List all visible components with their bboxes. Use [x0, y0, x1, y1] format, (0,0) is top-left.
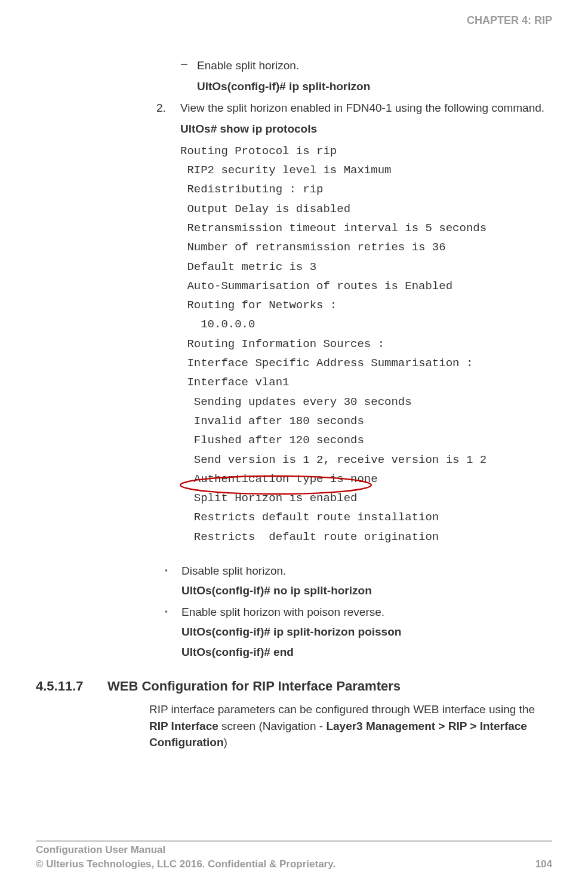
section-paragraph: RIP interface parameters can be configur… — [149, 701, 552, 751]
bullet-text: Enable split horizon with poison reverse… — [181, 603, 552, 621]
footer-title: Configuration User Manual — [36, 843, 335, 857]
dot-bullet-icon: • — [165, 562, 181, 579]
step-text: View the split horizon enabled in FDN40-… — [180, 99, 552, 116]
step-number: 2. — [156, 99, 180, 116]
dot-bullet-icon: • — [165, 603, 181, 621]
para-text: RIP interface parameters can be configur… — [149, 703, 535, 716]
bullet-disable-split-horizon: • Disable split horizon. — [165, 562, 552, 579]
bullet-enable-poison-reverse: • Enable split horizon with poison rever… — [165, 603, 552, 621]
ordered-step-2: 2. View the split horizon enabled in FDN… — [156, 99, 552, 116]
page-footer: Configuration User Manual © Ulterius Tec… — [36, 843, 552, 871]
section-number: 4.5.11.7 — [36, 679, 107, 694]
footer-divider — [36, 840, 552, 842]
footer-page-number: 104 — [535, 857, 552, 871]
cli-command: UltOs(config-if)# end — [181, 643, 552, 661]
para-bold: RIP Interface — [149, 720, 218, 732]
dash-bullet-icon: − — [180, 57, 197, 74]
para-text: ) — [224, 736, 227, 748]
cli-output-block: Routing Protocol is rip RIP2 security le… — [180, 142, 552, 547]
bullet-text: Disable split horizon. — [181, 562, 552, 579]
cli-command: UltOs# show ip protocols — [180, 120, 552, 137]
body-content: − Enable split horizon. UltOs(config-if)… — [149, 57, 552, 661]
footer-copyright: © Ulterius Technologies, LLC 2016. Confi… — [36, 857, 335, 871]
page-header: CHAPTER 4: RIP — [36, 14, 552, 27]
cli-command: UltOs(config-if)# ip split-horizon — [197, 78, 552, 95]
footer-left: Configuration User Manual © Ulterius Tec… — [36, 843, 335, 871]
section-heading-row: 4.5.11.7 WEB Configuration for RIP Inter… — [36, 679, 552, 694]
section-title: WEB Configuration for RIP Interface Para… — [107, 679, 401, 694]
cli-command: UltOs(config-if)# no ip split-horizon — [181, 582, 552, 599]
para-text: screen (Navigation - — [218, 720, 327, 732]
cli-command: UltOs(config-if)# ip split-horizon poiss… — [181, 623, 552, 640]
sub-bullet-text: Enable split horizon. — [197, 57, 552, 74]
sub-bullet-enable-split-horizon: − Enable split horizon. — [180, 57, 552, 74]
